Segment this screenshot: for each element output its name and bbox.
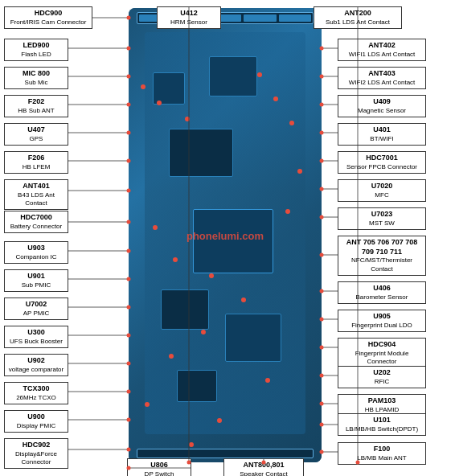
label-sub-u7023: MST SW — [341, 220, 423, 228]
label-sub-ant200: Sub1 LDS Ant Contact — [317, 18, 399, 27]
label-main-u202: U202 — [341, 368, 423, 378]
label-main-hdc7000: HDC7000 — [7, 213, 65, 223]
label-f202: F202HB Sub ANT — [4, 95, 68, 117]
label-hdc7000: HDC7000Battery Connector — [4, 211, 68, 233]
label-sub-ant800: Speaker Contact — [227, 470, 301, 476]
label-hdc902: HDC902Display&Force Connector — [4, 438, 68, 469]
label-u900: U900Display PMIC — [4, 410, 68, 433]
label-u406: U406Barometer Sensor — [338, 281, 426, 304]
label-main-ant705: ANT 705 706 707 708 709 710 711 — [341, 238, 423, 256]
label-main-u300: U300 — [7, 328, 65, 338]
label-f100: F100LB/MB Main ANT — [338, 442, 426, 465]
label-sub-u407: GPS — [7, 135, 65, 143]
label-main-ant403: ANT403 — [341, 69, 423, 79]
label-sub-u300: UFS Buck Booster — [7, 338, 65, 346]
label-sub-u409: Magnetic Sensor — [341, 107, 423, 115]
label-sub-mic800: Sub Mic — [7, 79, 65, 87]
diagram-container: phonelumi.com HDC900Front/IRIS Cam Conne… — [0, 0, 455, 476]
label-hdc7001: HDC7001Sensor FPCB Connector — [338, 151, 426, 174]
label-sub-ant401: B43 LDS Ant Contact — [7, 191, 65, 208]
label-u101: U101LB/MB/HB Switch(DPDT) — [338, 413, 426, 436]
label-u300: U300UFS Buck Booster — [4, 326, 68, 348]
label-sub-u902: voltage comparator — [7, 366, 65, 374]
label-sub-f100: LB/MB Main ANT — [341, 454, 423, 462]
label-sub-hdc904: Fingerprint Module Connector — [341, 350, 423, 367]
label-ant403: ANT403WIFI2 LDS Ant Contact — [338, 67, 426, 89]
label-u202: U202RFIC — [338, 366, 426, 388]
label-sub-hdc902: Display&Force Connector — [7, 450, 65, 467]
label-main-u7020: U7020 — [341, 182, 423, 191]
label-sub-u202: RFIC — [341, 378, 423, 386]
label-main-led900: LED900 — [7, 41, 65, 51]
label-sub-u406: Barometer Sensor — [341, 293, 423, 302]
label-main-ant800: ANT800,801 — [227, 461, 301, 470]
label-main-u901: U901 — [7, 272, 65, 281]
label-main-u7023: U7023 — [341, 210, 423, 220]
label-ant402: ANT402WIFI1 LDS Ant Contact — [338, 39, 426, 61]
label-led900: LED900Flash LED — [4, 39, 68, 61]
label-sub-u7020: MFC — [341, 191, 423, 199]
label-main-mic800: MIC 800 — [7, 69, 65, 79]
label-sub-hdc7000: Battery Connector — [7, 223, 65, 231]
label-sub-hdc900: Front/IRIS Cam Connector — [7, 18, 89, 27]
label-sub-u7002: AP PMIC — [7, 310, 65, 318]
label-main-u401: U401 — [341, 125, 423, 135]
label-hdc904: HDC904Fingerprint Module Connector — [338, 338, 426, 368]
label-sub-tcx300: 26MHz TCXO — [7, 394, 65, 402]
label-main-pam103: PAM103 — [341, 396, 423, 406]
label-u806: U806DP Switch — [127, 458, 191, 476]
label-main-f206: F206 — [7, 154, 65, 163]
label-main-hdc900: HDC900 — [7, 9, 89, 18]
label-tcx300: TCX30026MHz TCXO — [4, 382, 68, 404]
label-u7023: U7023MST SW — [338, 207, 426, 230]
pcb-board: phonelumi.com — [129, 8, 322, 462]
label-main-ant401: ANT401 — [7, 182, 65, 191]
label-sub-u903: Companion IC — [7, 253, 65, 261]
label-sub-u900: Display PMIC — [7, 422, 65, 430]
label-u401: U401BT/WIFI — [338, 123, 426, 146]
label-u412: U412HRM Sensor — [157, 6, 221, 29]
label-u902: U902voltage comparator — [4, 354, 68, 376]
label-main-tcx300: TCX300 — [7, 384, 65, 394]
label-u407: U407GPS — [4, 123, 68, 146]
label-main-u905: U905 — [341, 312, 423, 322]
label-main-f202: F202 — [7, 97, 65, 107]
label-main-u900: U900 — [7, 412, 65, 422]
label-main-u407: U407 — [7, 125, 65, 135]
label-main-u406: U406 — [341, 284, 423, 293]
label-main-hdc7001: HDC7001 — [341, 154, 423, 163]
label-ant705: ANT 705 706 707 708 709 710 711NFC/MST/T… — [338, 236, 426, 276]
label-sub-led900: Flash LED — [7, 51, 65, 59]
label-ant401: ANT401B43 LDS Ant Contact — [4, 179, 68, 210]
label-u409: U409Magnetic Sensor — [338, 95, 426, 117]
label-sub-ant705: NFC/MST/Thermister Contact — [341, 256, 423, 273]
watermark: phonelumi.com — [187, 229, 264, 241]
label-main-hdc902: HDC902 — [7, 441, 65, 450]
label-main-u409: U409 — [341, 97, 423, 107]
label-sub-f206: HB LFEM — [7, 163, 65, 171]
label-main-u903: U903 — [7, 244, 65, 253]
label-main-f100: F100 — [341, 445, 423, 454]
label-sub-u901: Sub PMIC — [7, 281, 65, 289]
label-f206: F206HB LFEM — [4, 151, 68, 174]
label-main-hdc904: HDC904 — [341, 340, 423, 350]
label-mic800: MIC 800Sub Mic — [4, 67, 68, 89]
label-main-ant200: ANT200 — [317, 9, 399, 18]
label-sub-ant403: WIFI2 LDS Ant Contact — [341, 79, 423, 87]
label-ant200: ANT200Sub1 LDS Ant Contact — [314, 6, 402, 29]
label-u905: U905Fingerprint Dual LDO — [338, 310, 426, 332]
label-main-u412: U412 — [160, 9, 218, 18]
label-hdc900: HDC900Front/IRIS Cam Connector — [4, 6, 92, 29]
label-main-u101: U101 — [341, 416, 423, 425]
label-sub-u806: DP Switch — [130, 470, 188, 476]
label-sub-u905: Fingerprint Dual LDO — [341, 322, 423, 330]
label-sub-f202: HB Sub ANT — [7, 107, 65, 115]
label-main-u7002: U7002 — [7, 300, 65, 310]
label-u7020: U7020MFC — [338, 179, 426, 202]
label-sub-u412: HRM Sensor — [160, 18, 218, 27]
label-sub-u401: BT/WIFI — [341, 135, 423, 143]
label-sub-ant402: WIFI1 LDS Ant Contact — [341, 51, 423, 59]
label-u901: U901Sub PMIC — [4, 269, 68, 292]
label-ant800: ANT800,801Speaker Contact — [223, 458, 304, 476]
label-main-u806: U806 — [130, 461, 188, 470]
